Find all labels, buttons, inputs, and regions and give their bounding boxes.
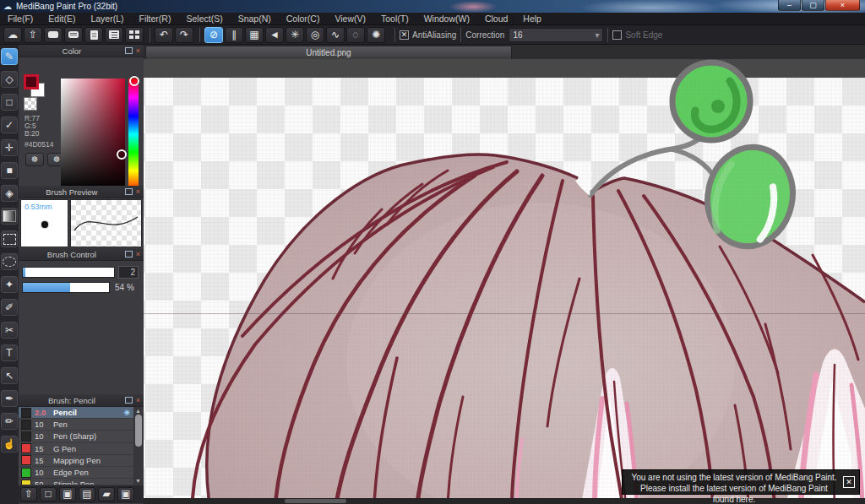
soft-edge-checkbox[interactable]: ✕ <box>612 30 622 40</box>
bucket-tool-button[interactable]: ◈ <box>1 185 18 202</box>
menu-windoww[interactable]: Window(W) <box>416 13 477 25</box>
snap-radial-button[interactable]: ✳ <box>286 27 304 43</box>
hue-indicator[interactable] <box>129 76 139 86</box>
close-icon[interactable]: × <box>136 397 140 404</box>
close-icon[interactable]: × <box>136 251 140 258</box>
menu-filterr[interactable]: Filter(R) <box>132 13 179 25</box>
close-button[interactable]: × <box>825 0 860 11</box>
eraser-tool-button[interactable]: ◇ <box>1 71 18 88</box>
brush-folder-button[interactable]: ▰ <box>98 487 115 501</box>
brush-settings-gear-icon[interactable]: ✳ <box>123 409 130 417</box>
chat-button[interactable] <box>64 27 83 43</box>
close-icon[interactable]: × <box>136 47 140 55</box>
saturation-value-box[interactable] <box>61 79 125 190</box>
cloud-upload-brush-button[interactable]: ⇧ <box>20 487 37 501</box>
correction-select[interactable]: 16 ▾ <box>509 28 603 42</box>
popout-icon[interactable] <box>125 188 133 195</box>
caption-buttons: – ▢ × <box>777 0 860 11</box>
sv-indicator[interactable] <box>117 149 127 160</box>
brush-size-slider[interactable] <box>22 267 115 278</box>
material-panel-button[interactable] <box>105 27 123 43</box>
snap-ellipse-button[interactable]: ◌ <box>346 27 365 43</box>
menu-toolt[interactable]: Tool(T) <box>373 13 416 25</box>
redo-button[interactable]: ↷ <box>175 27 193 43</box>
magic-wand-tool-icon: ✦ <box>5 279 14 290</box>
brush-size-value[interactable]: 2 <box>118 266 139 279</box>
document-button[interactable] <box>84 27 103 43</box>
brush-row-g-pen[interactable]: 15G Pen <box>19 443 133 455</box>
snap-vanishing-point-button[interactable]: ◄ <box>265 27 284 43</box>
document-tab[interactable]: Untitled.png <box>145 46 512 59</box>
figure-tool-button[interactable]: □ <box>1 94 18 111</box>
menu-snapn[interactable]: Snap(N) <box>231 13 279 25</box>
maximize-button[interactable]: ▢ <box>802 0 824 11</box>
brush-list-scrollbar[interactable]: ▲ ▼ <box>133 407 144 485</box>
select-tool-button[interactable] <box>1 230 18 247</box>
brush-size: 15 <box>35 456 53 465</box>
move-tool-button[interactable]: ✛ <box>1 139 18 156</box>
popout-icon[interactable] <box>125 251 133 257</box>
hscrollbar-thumb[interactable] <box>285 499 346 503</box>
notification-close-button[interactable]: ✕ <box>843 476 855 488</box>
snap-settings-button[interactable]: ✺ <box>367 27 385 43</box>
brush-opacity-slider[interactable] <box>22 282 110 293</box>
snap-off-button[interactable]: ⊘ <box>204 27 223 43</box>
select-pen-tool-button[interactable]: ✐ <box>1 299 18 316</box>
comment-button[interactable] <box>44 27 63 43</box>
undo-button[interactable]: ↶ <box>155 27 173 43</box>
hand-tool-button[interactable]: ☝ <box>1 436 18 453</box>
palette-button[interactable]: ☸ <box>25 153 44 166</box>
brush-swatch <box>21 431 31 442</box>
scroll-down-icon[interactable]: ▼ <box>135 478 141 484</box>
operation-tool-button[interactable]: ↖ <box>1 367 18 384</box>
menu-layerl[interactable]: Layer(L) <box>83 13 131 25</box>
snap-concentric-button[interactable]: ◎ <box>306 27 324 43</box>
snap-grid-button[interactable]: ▦ <box>245 27 264 43</box>
brush-row-mapping-pen[interactable]: 15Mapping Pen <box>19 455 133 467</box>
transparent-color-swatch[interactable] <box>24 97 37 111</box>
lasso-tool-button[interactable] <box>1 253 18 270</box>
upload-button[interactable]: ⇧ <box>24 27 42 43</box>
scrollbar-thumb[interactable] <box>135 415 142 447</box>
divide-tool-button[interactable]: ✏ <box>1 413 18 430</box>
new-brush-options-button[interactable]: ▣ <box>59 487 76 501</box>
menu-edite[interactable]: Edit(E) <box>41 13 83 25</box>
brush-row-pen-sharp-[interactable]: 10Pen (Sharp) <box>19 431 133 442</box>
menu-viewv[interactable]: View(V) <box>327 13 373 25</box>
popout-icon[interactable] <box>125 47 133 54</box>
brush-row-edge-pen[interactable]: 10Edge Pen <box>19 467 133 479</box>
snap-curve-button[interactable]: ∿ <box>326 27 345 43</box>
hue-bar[interactable] <box>128 79 139 190</box>
antialiasing-checkbox[interactable]: ✕ <box>400 30 409 40</box>
magic-wand-tool-button[interactable]: ✦ <box>1 276 18 293</box>
new-brush-button[interactable]: □ <box>40 487 57 501</box>
menu-help[interactable]: Help <box>515 13 549 25</box>
select-eraser-tool-button[interactable]: ✂ <box>1 322 18 339</box>
cloud-button[interactable]: ☁ <box>3 27 22 43</box>
foreground-color-swatch[interactable] <box>24 74 39 89</box>
text-tool-button[interactable]: T <box>1 344 18 361</box>
menu-selects[interactable]: Select(S) <box>178 13 230 25</box>
minimize-button[interactable]: – <box>778 0 801 11</box>
tab-bar: Untitled.png <box>144 45 865 59</box>
window-layout-button[interactable] <box>125 27 144 43</box>
popout-icon[interactable] <box>125 397 133 404</box>
copy-brush-button[interactable]: ▣ <box>117 487 134 501</box>
eyedropper-tool-icon: ✒ <box>5 393 14 404</box>
close-icon[interactable]: × <box>136 188 140 196</box>
menu-cloud[interactable]: Cloud <box>477 13 515 25</box>
menu-colorc[interactable]: Color(C) <box>279 13 328 25</box>
canvas-area[interactable] <box>144 59 865 498</box>
scroll-up-icon[interactable]: ▲ <box>135 408 141 414</box>
brush-tool-button[interactable]: ✎ <box>1 48 18 65</box>
fill-rect-tool-button[interactable]: ■ <box>1 162 18 179</box>
eyedropper-tool-button[interactable]: ✒ <box>1 390 18 407</box>
brush-row-pen[interactable]: 10Pen <box>19 419 133 431</box>
brush-row-stipple-pen[interactable]: 50Stipple Pen <box>19 479 133 485</box>
snap-parallel-button[interactable]: ∥ <box>225 27 243 43</box>
dot-tool-button[interactable]: ✓ <box>1 117 18 133</box>
brush-row-pencil[interactable]: 2.0Pencil✳ <box>19 407 133 419</box>
script-brush-button[interactable]: ▤ <box>79 487 95 501</box>
gradient-tool-button[interactable] <box>1 208 18 225</box>
menu-filef[interactable]: File(F) <box>0 13 41 25</box>
